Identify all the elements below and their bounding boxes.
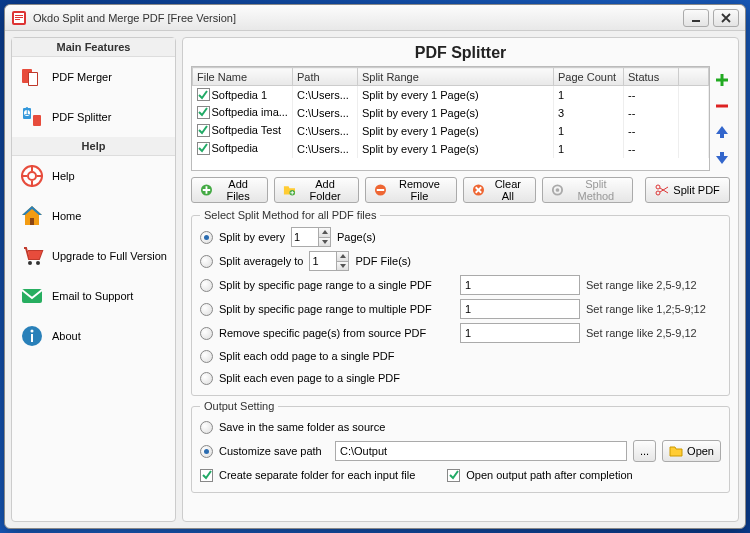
svg-rect-10 <box>33 115 41 126</box>
table-row[interactable]: Softpedia TestC:\Users...Split by every … <box>193 122 709 140</box>
minimize-button[interactable] <box>683 9 709 27</box>
svg-point-31 <box>555 188 559 192</box>
svg-text:1: 1 <box>24 105 30 117</box>
splitter-icon: 1 <box>20 105 44 129</box>
radio-range-multi[interactable] <box>200 303 213 316</box>
svg-rect-8 <box>29 73 37 85</box>
main-features-header: Main Features <box>12 38 175 57</box>
sidebar-item-help[interactable]: Help <box>12 156 175 196</box>
every-pages-input[interactable] <box>291 227 331 247</box>
col-file[interactable]: File Name <box>193 68 293 86</box>
open-folder-button[interactable]: Open <box>662 440 721 462</box>
sidebar-item-label: About <box>52 330 81 342</box>
svg-rect-4 <box>15 19 20 20</box>
sidebar-item-label: Email to Support <box>52 290 133 302</box>
sidebar-item-splitter[interactable]: 1 PDF Splitter <box>12 97 175 137</box>
split-pdf-button[interactable]: Split PDF <box>645 177 730 203</box>
plus-icon <box>200 183 213 197</box>
output-group: Output Setting Save in the same folder a… <box>191 400 730 493</box>
add-row-icon[interactable] <box>714 72 730 88</box>
remove-row-icon[interactable] <box>714 98 730 114</box>
svg-rect-3 <box>15 17 23 18</box>
help-header: Help <box>12 137 175 156</box>
main-panel: PDF Splitter File Name Path Split Range … <box>182 37 739 522</box>
table-row[interactable]: Softpedia 1C:\Users...Split by every 1 P… <box>193 86 709 104</box>
table-row[interactable]: SoftpediaC:\Users...Split by every 1 Pag… <box>193 140 709 158</box>
page-title: PDF Splitter <box>191 42 730 66</box>
svg-point-14 <box>28 172 36 180</box>
radio-same-folder[interactable] <box>200 421 213 434</box>
info-icon <box>20 324 44 348</box>
spin-up[interactable] <box>318 228 330 238</box>
home-icon <box>20 204 44 228</box>
radio-split-every[interactable] <box>200 231 213 244</box>
output-path-input[interactable] <box>335 441 627 461</box>
minus-icon <box>374 183 387 197</box>
sidebar: Main Features PDF Merger 1 PDF Splitter … <box>11 37 176 522</box>
svg-rect-16 <box>31 181 33 187</box>
close-button[interactable] <box>713 9 739 27</box>
add-folder-button[interactable]: Add Folder <box>274 177 359 203</box>
svg-rect-18 <box>37 175 43 177</box>
sidebar-item-merger[interactable]: PDF Merger <box>12 57 175 97</box>
row-checkbox[interactable] <box>197 88 210 101</box>
col-status[interactable]: Status <box>624 68 679 86</box>
svg-point-25 <box>31 330 34 333</box>
svg-rect-5 <box>692 20 700 22</box>
row-checkbox[interactable] <box>197 124 210 137</box>
sidebar-item-home[interactable]: Home <box>12 196 175 236</box>
col-count[interactable]: Page Count <box>554 68 624 86</box>
radio-remove-pages[interactable] <box>200 327 213 340</box>
file-table[interactable]: File Name Path Split Range Page Count St… <box>191 66 710 171</box>
cart-icon <box>20 244 44 268</box>
avg-files-input[interactable] <box>309 251 349 271</box>
app-icon <box>11 10 27 26</box>
clear-icon <box>472 183 485 197</box>
help-icon <box>20 164 44 188</box>
col-path[interactable]: Path <box>292 68 357 86</box>
add-files-button[interactable]: Add Files <box>191 177 268 203</box>
scissors-icon <box>655 183 669 197</box>
radio-odd[interactable] <box>200 350 213 363</box>
email-icon <box>20 284 44 308</box>
remove-pages-input[interactable] <box>460 323 580 343</box>
svg-rect-22 <box>22 289 42 303</box>
checkbox-separate-folder[interactable] <box>200 469 213 482</box>
titlebar: Okdo Split and Merge PDF [Free Version] <box>5 5 745 31</box>
move-down-icon[interactable] <box>714 150 730 166</box>
move-up-icon[interactable] <box>714 124 730 140</box>
split-method-group: Select Split Method for all PDF files Sp… <box>191 209 730 396</box>
range-single-input[interactable] <box>460 275 580 295</box>
spin-up[interactable] <box>336 252 348 262</box>
radio-range-single[interactable] <box>200 279 213 292</box>
folder-plus-icon <box>283 183 296 197</box>
sidebar-item-about[interactable]: About <box>12 316 175 356</box>
svg-rect-2 <box>15 15 23 16</box>
browse-button[interactable]: ... <box>633 440 656 462</box>
checkbox-open-after[interactable] <box>447 469 460 482</box>
window-title: Okdo Split and Merge PDF [Free Version] <box>33 12 679 24</box>
svg-point-32 <box>656 185 660 189</box>
table-row[interactable]: Softpedia ima...C:\Users...Split by ever… <box>193 104 709 122</box>
radio-even[interactable] <box>200 372 213 385</box>
sidebar-item-label: Home <box>52 210 81 222</box>
spin-down[interactable] <box>318 238 330 247</box>
radio-custom-path[interactable] <box>200 445 213 458</box>
row-checkbox[interactable] <box>197 106 210 119</box>
remove-file-button[interactable]: Remove File <box>365 177 457 203</box>
clear-all-button[interactable]: Clear All <box>463 177 536 203</box>
spin-down[interactable] <box>336 262 348 271</box>
app-window: Okdo Split and Merge PDF [Free Version] … <box>4 4 746 529</box>
col-empty <box>679 68 709 86</box>
svg-point-33 <box>656 191 660 195</box>
radio-split-averagely[interactable] <box>200 255 213 268</box>
folder-icon <box>669 444 683 458</box>
sidebar-item-email[interactable]: Email to Support <box>12 276 175 316</box>
range-multi-input[interactable] <box>460 299 580 319</box>
sidebar-item-upgrade[interactable]: Upgrade to Full Version <box>12 236 175 276</box>
row-checkbox[interactable] <box>197 142 210 155</box>
sidebar-item-label: PDF Merger <box>52 71 112 83</box>
svg-point-21 <box>36 261 40 265</box>
col-range[interactable]: Split Range <box>357 68 553 86</box>
split-method-button[interactable]: Split Method <box>542 177 633 203</box>
